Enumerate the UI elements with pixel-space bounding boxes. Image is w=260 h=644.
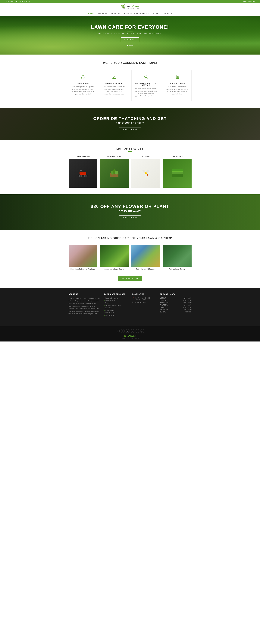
location-icon: 📍 (132, 297, 134, 299)
feature-customer-desc: We value the service we provide and our … (134, 88, 157, 97)
blog-item-2[interactable]: Gardening in Small Spaces (100, 245, 129, 270)
blog-item-4[interactable]: Rain and Your Garden (163, 245, 192, 270)
header: 🌿 lawnCare CARE FOR YOUR LAWN (0, 3, 260, 11)
pinterest-icon[interactable]: p (126, 329, 129, 333)
hero-dot-1[interactable] (127, 45, 128, 46)
service-lawn-care: LAWN CARE (163, 156, 192, 188)
hero-dot-2[interactable] (129, 45, 131, 46)
blog-title: TIPS ON TAKING GOOD CARE OF YOUR LAWN & … (6, 236, 254, 240)
hours-monday: MONDAY 8:00 - 20:00 (160, 297, 191, 299)
feature-garden-care-desc: With our range of lawn & garden care ser… (71, 86, 94, 95)
footer-service-3[interactable]: Flower (104, 302, 128, 304)
feature-affordable-price: AFFORDABLE PRICE We aim to make our serv… (100, 70, 129, 101)
footer-services-list: Hedging & Pruning Lawn Aeration Flower G… (104, 297, 128, 316)
service-lawn-care-title: LAWN CARE (163, 156, 192, 158)
svg-point-1 (83, 76, 83, 77)
features-title: WE'RE YOUR GARDEN'S LAST HOPE! (6, 61, 254, 64)
svg-rect-3 (114, 76, 115, 78)
feature-team-title: SEASONED TEAM (166, 82, 189, 84)
nav-contacts[interactable]: CONTACTS (162, 12, 172, 14)
service-lawn-mowing-image[interactable] (69, 159, 97, 188)
feature-customer-title: CUSTOMER-ORIENTED SERVICE (134, 82, 157, 86)
svg-point-0 (81, 77, 85, 79)
feature-team-desc: All of our crew members are experienced … (166, 86, 189, 95)
view-all-blog-button[interactable]: VIEW ALL BLOG (118, 276, 142, 281)
lawn-mowing-bg (69, 159, 97, 188)
footer-logo[interactable]: 🌿 lawnCare CARE FOR YOUR LAWN (3, 334, 257, 339)
hours-saturday: SATURDAY 8:00 - 20:00 (160, 309, 191, 310)
hero-dot-3[interactable] (132, 45, 133, 46)
footer-service-4[interactable]: Gutters & Eavestroughs (104, 304, 128, 306)
hours-thursday: THURSDAY 8:00 - 20:00 (160, 304, 191, 306)
hero-title: LAWN CARE FOR EVERYONE! (91, 24, 169, 30)
feature-customer-service: CUSTOMER-ORIENTED SERVICE We value the s… (132, 70, 160, 101)
hero-content: LAWN CARE FOR EVERYONE! UNPARALLELED QUA… (91, 24, 169, 46)
svg-point-21 (115, 171, 118, 174)
service-flower: FLOWER (132, 156, 160, 188)
blog-caption-2: Gardening in Small Spaces (100, 268, 129, 270)
nav-services[interactable]: SERVICES (111, 12, 120, 14)
footer-service-1[interactable]: Hedging & Pruning (104, 297, 128, 299)
hours-tuesday: TUESDAY 8:00 - 20:00 (160, 300, 191, 301)
feature-seasoned-team: SEASONED TEAM All of our crew members ar… (163, 70, 192, 101)
hero-underline (127, 31, 133, 32)
main-nav: HOME ABOUT US SERVICES COUPONS & PROMOTI… (0, 11, 260, 16)
blog-image-1 (69, 245, 97, 267)
lawn-care-bg (163, 159, 192, 188)
feature-affordable-desc: We aim to make our service as reasonably… (103, 86, 126, 95)
service-flower-title: FLOWER (132, 156, 160, 158)
service-lawn-mowing-title: LAWN MOWING (69, 156, 97, 158)
svg-point-6 (145, 76, 146, 77)
promo2-print-coupon-button[interactable]: PRINT COUPON (119, 215, 141, 220)
footer-about-text: If you love walking out of your house fr… (69, 297, 100, 315)
service-garden-care: GARDEN CARE (100, 156, 129, 188)
blog-underline (128, 241, 132, 241)
promo1-print-coupon-button[interactable]: PRINT COUPON (119, 127, 141, 132)
footer-logo-leaf: 🌿 (123, 335, 126, 337)
twitter-icon[interactable]: t (121, 329, 124, 333)
affordable-price-icon (103, 74, 126, 81)
hours-friday: FRIDAY 8:00 - 20:00 (160, 306, 191, 308)
googleplus-icon[interactable]: g+ (136, 329, 139, 333)
footer-contact-title: CONTACT US (132, 293, 156, 295)
customer-service-icon (134, 74, 157, 81)
svg-point-14 (79, 175, 82, 177)
promo-content-1: ORDER DE-THATCHING AND GET A NEXT ONE FO… (6, 116, 254, 132)
nav-blog[interactable]: BLOG (153, 12, 158, 14)
footer-service-6[interactable]: Lawn Mowing (104, 310, 128, 311)
svg-rect-4 (115, 76, 116, 78)
blog-grid: Easy Ways To Improve Your Lawn Gardening… (69, 245, 192, 270)
hero-read-more-button[interactable]: READ MORE (121, 37, 139, 42)
blog-item-1[interactable]: Easy Ways To Improve Your Lawn (69, 245, 97, 270)
svg-point-24 (145, 174, 147, 178)
service-flower-image[interactable] (132, 159, 160, 188)
nav-about[interactable]: ABOUT US (97, 12, 107, 14)
footer-service-7[interactable]: Garden Care (104, 312, 128, 314)
svg-rect-17 (80, 170, 82, 171)
footer: ABOUT US If you love walking out of your… (0, 288, 260, 326)
blog-caption-4: Rain and Your Garden (163, 268, 192, 270)
svg-point-15 (84, 175, 86, 177)
logo[interactable]: 🌿 lawnCare (121, 4, 139, 8)
promo-banner-2: $80 OFF ANY FLOWER OR PLANT BED MAINTENA… (0, 194, 260, 230)
services-title: LIST OF SERVICES (6, 147, 254, 150)
footer-about: ABOUT US If you love walking out of your… (69, 293, 100, 317)
instagram-icon[interactable]: in (131, 329, 135, 333)
nav-coupons[interactable]: COUPONS & PROMOTIONS (124, 12, 149, 14)
rss-icon[interactable]: rss (141, 329, 144, 333)
blog-caption-1: Easy Ways To Improve Your Lawn (69, 268, 97, 270)
facebook-icon[interactable]: f (116, 329, 120, 333)
footer-service-2[interactable]: Lawn Aeration (104, 300, 128, 301)
services-section: LIST OF SERVICES LAWN MOWING GARD (0, 140, 260, 194)
footer-service-5[interactable]: Lawn Care (104, 307, 128, 309)
hero-dots (91, 45, 169, 46)
footer-contact: CONTACT US 📍 411 W Church St #200, Orlan… (132, 293, 156, 317)
phone: +1 800 999 6565 (243, 0, 254, 2)
blog-item-3[interactable]: Determining Cold Damage (132, 245, 160, 270)
footer-hours-title: OPENING HOURS: (160, 293, 191, 295)
service-garden-care-image[interactable] (100, 159, 129, 188)
nav-home[interactable]: HOME (88, 12, 94, 14)
footer-hours: OPENING HOURS: MONDAY 8:00 - 20:00 TUESD… (160, 293, 191, 317)
service-lawn-care-image[interactable] (163, 159, 192, 188)
footer-service-8[interactable]: De-thatching (104, 314, 128, 316)
